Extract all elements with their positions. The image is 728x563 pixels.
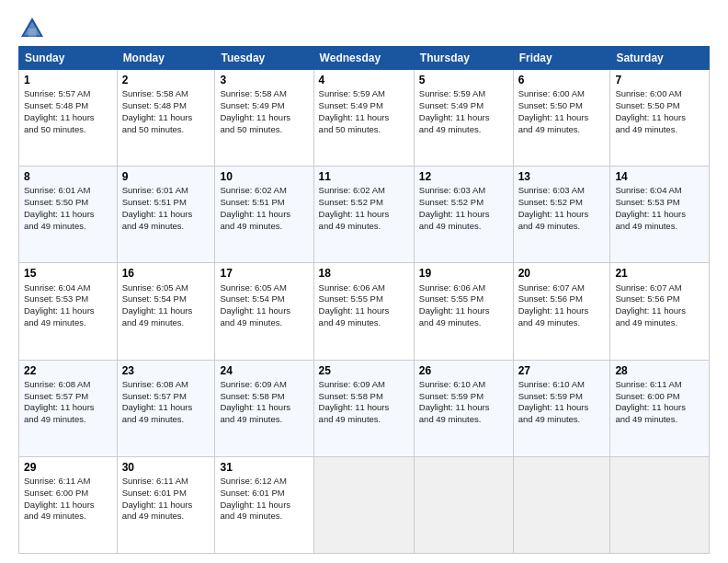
day-cell: 25Sunrise: 6:09 AM Sunset: 5:58 PM Dayli…: [313, 360, 414, 456]
header: [18, 15, 710, 42]
day-number: 12: [419, 169, 508, 184]
col-header-tuesday: Tuesday: [215, 47, 313, 70]
day-cell: 19Sunrise: 6:06 AM Sunset: 5:55 PM Dayli…: [414, 263, 513, 360]
day-info: Sunrise: 6:04 AM Sunset: 5:53 PM Dayligh…: [24, 282, 112, 329]
day-info: Sunrise: 6:09 AM Sunset: 5:58 PM Dayligh…: [319, 379, 409, 426]
day-cell: 9Sunrise: 6:01 AM Sunset: 5:51 PM Daylig…: [117, 167, 215, 263]
day-number: 25: [319, 363, 409, 378]
day-number: 8: [24, 169, 112, 184]
day-number: 17: [220, 266, 308, 281]
day-info: Sunrise: 5:59 AM Sunset: 5:49 PM Dayligh…: [419, 88, 508, 135]
day-info: Sunrise: 6:11 AM Sunset: 6:01 PM Dayligh…: [122, 476, 210, 523]
day-cell: 3Sunrise: 5:58 AM Sunset: 5:49 PM Daylig…: [215, 70, 313, 167]
day-info: Sunrise: 6:01 AM Sunset: 5:50 PM Dayligh…: [24, 185, 112, 232]
day-cell: 31Sunrise: 6:12 AM Sunset: 6:01 PM Dayli…: [215, 456, 313, 553]
day-number: 18: [319, 266, 409, 281]
day-number: 29: [24, 460, 112, 475]
day-info: Sunrise: 6:06 AM Sunset: 5:55 PM Dayligh…: [419, 282, 508, 329]
day-cell: 8Sunrise: 6:01 AM Sunset: 5:50 PM Daylig…: [19, 167, 118, 263]
day-cell: 22Sunrise: 6:08 AM Sunset: 5:57 PM Dayli…: [19, 360, 118, 456]
day-cell: 13Sunrise: 6:03 AM Sunset: 5:52 PM Dayli…: [513, 167, 610, 263]
day-info: Sunrise: 6:02 AM Sunset: 5:51 PM Dayligh…: [220, 185, 308, 232]
day-number: 19: [419, 266, 508, 281]
day-number: 20: [518, 266, 606, 281]
day-number: 14: [615, 169, 704, 184]
col-header-monday: Monday: [117, 47, 215, 70]
week-row-5: 29Sunrise: 6:11 AM Sunset: 6:00 PM Dayli…: [19, 456, 710, 553]
day-info: Sunrise: 5:58 AM Sunset: 5:48 PM Dayligh…: [122, 88, 210, 135]
day-number: 24: [220, 363, 308, 378]
day-cell: 6Sunrise: 6:00 AM Sunset: 5:50 PM Daylig…: [513, 70, 610, 167]
day-info: Sunrise: 6:05 AM Sunset: 5:54 PM Dayligh…: [122, 282, 210, 329]
day-number: 27: [518, 363, 606, 378]
day-number: 11: [319, 169, 409, 184]
day-info: Sunrise: 6:00 AM Sunset: 5:50 PM Dayligh…: [518, 88, 606, 135]
day-number: 10: [220, 169, 308, 184]
day-cell: 7Sunrise: 6:00 AM Sunset: 5:50 PM Daylig…: [610, 70, 710, 167]
day-info: Sunrise: 6:05 AM Sunset: 5:54 PM Dayligh…: [220, 282, 308, 329]
day-info: Sunrise: 6:03 AM Sunset: 5:52 PM Dayligh…: [518, 185, 606, 232]
day-info: Sunrise: 6:00 AM Sunset: 5:50 PM Dayligh…: [615, 88, 704, 135]
day-cell: 11Sunrise: 6:02 AM Sunset: 5:52 PM Dayli…: [313, 167, 414, 263]
day-number: 3: [220, 73, 308, 87]
logo: [18, 15, 50, 42]
col-header-sunday: Sunday: [19, 47, 118, 70]
day-cell: [513, 456, 610, 553]
day-info: Sunrise: 5:59 AM Sunset: 5:49 PM Dayligh…: [319, 88, 409, 135]
day-info: Sunrise: 6:11 AM Sunset: 6:00 PM Dayligh…: [24, 476, 112, 523]
day-number: 15: [24, 266, 112, 281]
day-info: Sunrise: 5:57 AM Sunset: 5:48 PM Dayligh…: [24, 88, 112, 135]
day-number: 5: [419, 73, 508, 87]
day-cell: 30Sunrise: 6:11 AM Sunset: 6:01 PM Dayli…: [117, 456, 215, 553]
day-number: 22: [24, 363, 112, 378]
day-info: Sunrise: 6:02 AM Sunset: 5:52 PM Dayligh…: [319, 185, 409, 232]
day-info: Sunrise: 6:04 AM Sunset: 5:53 PM Dayligh…: [615, 185, 704, 232]
day-info: Sunrise: 6:10 AM Sunset: 5:59 PM Dayligh…: [419, 379, 508, 426]
day-number: 31: [220, 460, 308, 475]
col-header-friday: Friday: [513, 47, 610, 70]
day-cell: 23Sunrise: 6:08 AM Sunset: 5:57 PM Dayli…: [117, 360, 215, 456]
day-number: 30: [122, 460, 210, 475]
day-number: 1: [24, 73, 112, 87]
day-info: Sunrise: 6:11 AM Sunset: 6:00 PM Dayligh…: [615, 379, 704, 426]
day-cell: 20Sunrise: 6:07 AM Sunset: 5:56 PM Dayli…: [513, 263, 610, 360]
col-header-wednesday: Wednesday: [313, 47, 414, 70]
day-number: 4: [319, 73, 409, 87]
day-number: 21: [615, 266, 704, 281]
col-header-thursday: Thursday: [414, 47, 513, 70]
week-row-3: 15Sunrise: 6:04 AM Sunset: 5:53 PM Dayli…: [19, 263, 710, 360]
day-info: Sunrise: 6:08 AM Sunset: 5:57 PM Dayligh…: [24, 379, 112, 426]
day-number: 2: [122, 73, 210, 87]
day-number: 7: [615, 73, 704, 87]
week-row-1: 1Sunrise: 5:57 AM Sunset: 5:48 PM Daylig…: [19, 70, 710, 167]
day-cell: 26Sunrise: 6:10 AM Sunset: 5:59 PM Dayli…: [414, 360, 513, 456]
day-number: 13: [518, 169, 606, 184]
day-number: 26: [419, 363, 508, 378]
day-info: Sunrise: 6:09 AM Sunset: 5:58 PM Dayligh…: [220, 379, 308, 426]
svg-rect-2: [28, 29, 37, 37]
day-cell: 2Sunrise: 5:58 AM Sunset: 5:48 PM Daylig…: [117, 70, 215, 167]
day-cell: 17Sunrise: 6:05 AM Sunset: 5:54 PM Dayli…: [215, 263, 313, 360]
day-cell: [313, 456, 414, 553]
day-cell: 21Sunrise: 6:07 AM Sunset: 5:56 PM Dayli…: [610, 263, 710, 360]
day-info: Sunrise: 6:12 AM Sunset: 6:01 PM Dayligh…: [220, 476, 308, 523]
day-cell: 29Sunrise: 6:11 AM Sunset: 6:00 PM Dayli…: [19, 456, 118, 553]
day-info: Sunrise: 6:01 AM Sunset: 5:51 PM Dayligh…: [122, 185, 210, 232]
calendar-table: SundayMondayTuesdayWednesdayThursdayFrid…: [18, 46, 710, 554]
day-info: Sunrise: 6:06 AM Sunset: 5:55 PM Dayligh…: [319, 282, 409, 329]
day-number: 23: [122, 363, 210, 378]
day-cell: 14Sunrise: 6:04 AM Sunset: 5:53 PM Dayli…: [610, 167, 710, 263]
day-number: 6: [518, 73, 606, 87]
week-row-4: 22Sunrise: 6:08 AM Sunset: 5:57 PM Dayli…: [19, 360, 710, 456]
day-cell: [414, 456, 513, 553]
logo-icon: [18, 15, 46, 42]
day-cell: [610, 456, 710, 553]
page: SundayMondayTuesdayWednesdayThursdayFrid…: [0, 0, 728, 563]
day-cell: 24Sunrise: 6:09 AM Sunset: 5:58 PM Dayli…: [215, 360, 313, 456]
day-info: Sunrise: 5:58 AM Sunset: 5:49 PM Dayligh…: [220, 88, 308, 135]
day-info: Sunrise: 6:03 AM Sunset: 5:52 PM Dayligh…: [419, 185, 508, 232]
day-info: Sunrise: 6:08 AM Sunset: 5:57 PM Dayligh…: [122, 379, 210, 426]
day-cell: 16Sunrise: 6:05 AM Sunset: 5:54 PM Dayli…: [117, 263, 215, 360]
day-info: Sunrise: 6:07 AM Sunset: 5:56 PM Dayligh…: [615, 282, 704, 329]
week-row-2: 8Sunrise: 6:01 AM Sunset: 5:50 PM Daylig…: [19, 167, 710, 263]
